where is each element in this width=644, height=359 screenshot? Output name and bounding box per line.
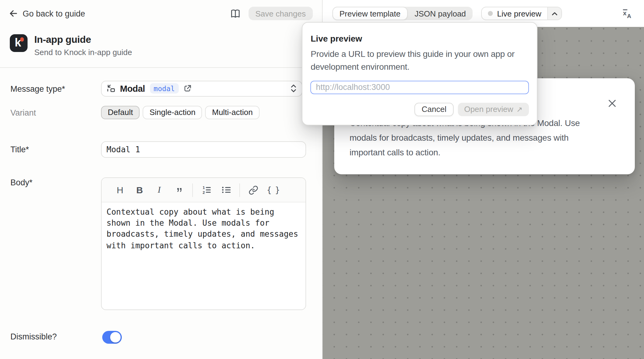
- go-back-label: Go back to guide: [23, 9, 85, 18]
- status-dot-icon: [488, 11, 493, 16]
- channel-title: In-app guide: [34, 34, 132, 45]
- dismissible-toggle[interactable]: [102, 331, 122, 343]
- live-preview-caret-button[interactable]: [548, 7, 562, 20]
- blockquote-icon[interactable]: ”: [171, 183, 186, 197]
- knock-logo: k: [10, 34, 28, 52]
- editor-header: Go back to guide Save changes: [0, 0, 322, 27]
- channel-subtitle: Send to Knock in-app guide: [34, 48, 132, 57]
- channel-titles: In-app guide Send to Knock in-app guide: [34, 34, 132, 57]
- title-input[interactable]: [101, 141, 306, 157]
- liquid-variable-icon[interactable]: { }: [266, 183, 280, 197]
- tab-preview-template[interactable]: Preview template: [332, 7, 408, 20]
- link-icon[interactable]: [246, 183, 261, 197]
- chevron-updown-icon: [290, 83, 297, 94]
- open-preview-label: Open preview: [464, 105, 513, 114]
- variant-option-multi-action[interactable]: Multi-action: [205, 105, 260, 119]
- toolbar-separator: [192, 183, 193, 197]
- arrow-up-right-icon: ↗: [516, 105, 522, 114]
- modal-type-icon: [107, 84, 116, 93]
- preview-mode-tabs: Preview template JSON payload: [332, 7, 473, 20]
- svg-text:2: 2: [202, 190, 204, 195]
- live-preview-button[interactable]: Live preview: [482, 7, 548, 20]
- variant-option-default[interactable]: Default: [101, 105, 140, 119]
- variant-options: Default Single-action Multi-action: [101, 105, 260, 119]
- go-back-link[interactable]: Go back to guide: [9, 9, 85, 18]
- ordered-list-icon[interactable]: 12: [199, 183, 214, 197]
- bullet-list-icon[interactable]: [219, 183, 233, 197]
- editor-toolbar: H B I ” 12 { }: [102, 178, 305, 202]
- svg-text:A: A: [627, 13, 631, 19]
- toggle-knob: [110, 332, 120, 342]
- external-link-icon[interactable]: [183, 85, 191, 93]
- preview-url-input[interactable]: [310, 80, 529, 94]
- bold-icon[interactable]: B: [132, 183, 147, 197]
- live-preview-label: Live preview: [497, 9, 541, 18]
- back-arrow-icon: [9, 9, 18, 18]
- editor-panel: Go back to guide Save changes k In-app g…: [0, 0, 322, 359]
- variant-label: Variant: [10, 108, 36, 117]
- tab-json-payload[interactable]: JSON payload: [408, 7, 473, 20]
- docs-book-icon[interactable]: [230, 8, 241, 19]
- live-preview-popover: Live preview Provide a URL to preview th…: [301, 22, 537, 125]
- open-preview-button[interactable]: Open preview ↗: [458, 103, 529, 116]
- knock-logo-dot: [20, 37, 24, 41]
- dismissible-label: Dismissible?: [10, 332, 57, 341]
- message-type-key-badge: modal: [150, 83, 178, 94]
- channel-header: k In-app guide Send to Knock in-app guid…: [10, 34, 132, 57]
- popover-title: Live preview: [311, 34, 362, 43]
- svg-text:1: 1: [202, 185, 204, 190]
- message-type-value: Modal: [120, 84, 145, 94]
- body-editor: H B I ” 12 { } Contextual copy about wha…: [101, 177, 306, 310]
- popover-actions: Cancel Open preview ↗: [414, 103, 529, 116]
- cancel-button[interactable]: Cancel: [414, 103, 454, 116]
- save-changes-button[interactable]: Save changes: [249, 7, 313, 20]
- popover-description: Provide a URL to preview this guide in y…: [311, 48, 532, 73]
- message-type-select[interactable]: Modal modal: [101, 80, 302, 97]
- heading-icon[interactable]: H: [113, 183, 127, 197]
- app-root: Go back to guide Save changes k In-app g…: [0, 0, 644, 359]
- svg-text:x: x: [623, 9, 627, 17]
- toolbar-separator: [239, 183, 240, 197]
- title-label: Title*: [10, 145, 29, 154]
- close-icon[interactable]: [608, 99, 616, 107]
- message-type-label: Message type*: [10, 84, 65, 94]
- translate-icon[interactable]: xA: [621, 8, 632, 19]
- italic-icon[interactable]: I: [152, 183, 167, 197]
- variant-option-single-action[interactable]: Single-action: [143, 105, 202, 119]
- body-label: Body*: [10, 178, 32, 187]
- body-textarea[interactable]: Contextual copy about what is being show…: [102, 202, 305, 256]
- section-divider: [0, 67, 320, 68]
- live-preview-control: Live preview: [481, 7, 562, 20]
